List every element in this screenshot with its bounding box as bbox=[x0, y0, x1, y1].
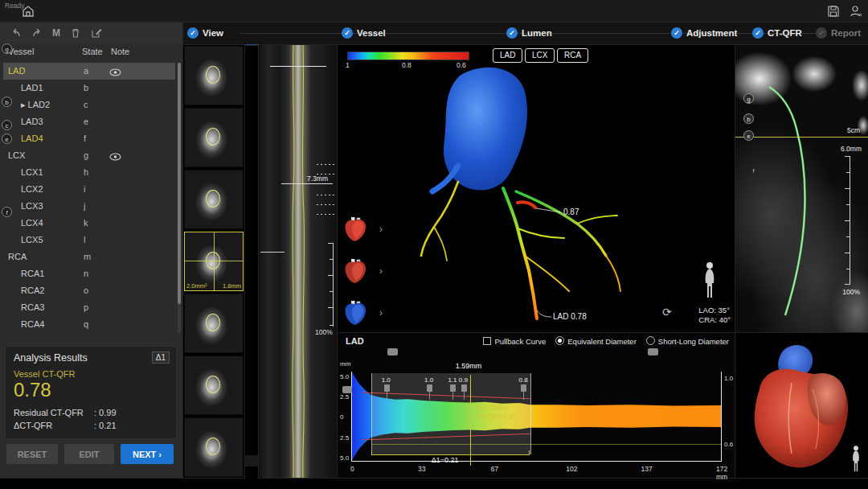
vessel-name: LCX bbox=[8, 147, 25, 164]
vessel-row-lcx2[interactable]: LCX2i bbox=[3, 181, 175, 198]
y-axis-left bbox=[351, 372, 352, 462]
lumen-contour-ring bbox=[206, 128, 220, 146]
coronary-3d-view[interactable]: 1 0.8 0.6 LAD LCX RCA bbox=[338, 45, 735, 333]
chart-control-short-long-diameter[interactable]: Short-Long Diameter bbox=[646, 336, 729, 346]
vessel-name: LAD3 bbox=[21, 113, 43, 130]
cross-section-thumb-7[interactable] bbox=[184, 417, 244, 477]
cross-section-thumb-5[interactable] bbox=[184, 294, 244, 353]
delta-badge: Δ1 bbox=[152, 351, 170, 364]
redo-icon[interactable] bbox=[31, 27, 43, 39]
vessel-row-lad1[interactable]: LAD1b bbox=[3, 80, 175, 97]
vessel-row-rca2[interactable]: RCA2o bbox=[3, 282, 175, 299]
tab-check-icon: ✓ bbox=[506, 27, 518, 39]
eye-icon[interactable] bbox=[109, 150, 122, 161]
next-button[interactable]: NEXT › bbox=[121, 444, 174, 464]
mpr-marker-e[interactable]: e bbox=[743, 130, 754, 141]
vessel-row-lcx5[interactable]: LCX5l bbox=[3, 232, 175, 249]
y-tick-label: 5.0 bbox=[340, 373, 349, 380]
vessel-row-rca3[interactable]: RCA3p bbox=[3, 299, 175, 316]
chart-control-pullback-curve[interactable]: Pullback Curve bbox=[483, 337, 546, 346]
tab-lumen[interactable]: ✓Lumen bbox=[506, 27, 552, 39]
cross-section-thumb-2[interactable] bbox=[184, 108, 244, 167]
cpr-marker-c[interactable]: c bbox=[2, 120, 12, 130]
tab-vessel[interactable]: ✓Vessel bbox=[342, 27, 386, 39]
diameter-tag-pin[interactable] bbox=[521, 384, 526, 392]
mpr-marker-f[interactable]: f bbox=[748, 166, 759, 176]
vessel-state: m bbox=[84, 249, 91, 265]
chart-control-equivalent-diameter[interactable]: Equivalent Diameter bbox=[555, 336, 637, 346]
rotate-view-icon[interactable]: ⟳ bbox=[662, 306, 672, 318]
vessel-row-rca[interactable]: RCAm bbox=[3, 249, 175, 265]
tab-adjustment[interactable]: ✓Adjustment bbox=[671, 27, 737, 39]
chevron-right-icon: › bbox=[379, 224, 383, 235]
y-axis-handle[interactable] bbox=[342, 386, 352, 393]
cra-angle: CRA: 40° bbox=[698, 315, 731, 325]
tab-view[interactable]: ✓View bbox=[187, 27, 223, 39]
diameter-tag-pin[interactable] bbox=[461, 384, 467, 392]
cross-section-thumb-1[interactable] bbox=[184, 46, 244, 105]
diameter-tag-stem bbox=[523, 392, 524, 400]
tab-ct-qfr[interactable]: ✓CT-QFR bbox=[752, 27, 802, 39]
heart-3d-view[interactable] bbox=[735, 333, 868, 478]
vessel-row-lad4[interactable]: LAD4f bbox=[3, 130, 175, 147]
cross-section-thumb-6[interactable] bbox=[184, 355, 244, 415]
diameter-tag-stem bbox=[387, 392, 387, 400]
measure-tool-button[interactable]: M bbox=[50, 27, 63, 39]
vessel-row-rca4[interactable]: RCA4q bbox=[3, 316, 175, 333]
mpr-position-line bbox=[735, 137, 868, 138]
chart-handle-right[interactable] bbox=[648, 348, 658, 355]
workflow-tab-bar: ✓View✓Vessel✓Lumen✓Adjustment✓CT-QFR✓Rep… bbox=[183, 23, 868, 45]
edit-icon[interactable] bbox=[90, 27, 103, 39]
tab-disabled-icon: ✓ bbox=[816, 27, 827, 39]
residual-row: Residual CT-QFR: 0.99 bbox=[14, 408, 170, 417]
chart-handle-left[interactable] bbox=[387, 348, 398, 355]
mpr-marker-g[interactable]: g bbox=[743, 93, 754, 104]
vessel-row-lcx1[interactable]: LCX1h bbox=[3, 164, 175, 181]
vessel-row-lcx[interactable]: LCXg bbox=[3, 147, 175, 164]
app-window: M Vessel State Note LADaLAD1b▸ LAD2cLAD3… bbox=[0, 0, 868, 489]
vessel-row-lcx4[interactable]: LCX4k bbox=[3, 215, 175, 232]
view-preset-2[interactable]: › bbox=[344, 257, 376, 286]
cross-section-thumb-4[interactable]: 2.0mm²1.8mm bbox=[184, 232, 244, 291]
cpr-marker-e[interactable]: e bbox=[2, 134, 12, 144]
tab-label: View bbox=[203, 28, 223, 38]
edit-button[interactable]: EDIT bbox=[64, 444, 114, 464]
lumen-contour-ring bbox=[206, 190, 220, 208]
radio-icon[interactable] bbox=[555, 336, 564, 345]
tab-report[interactable]: ✓Report bbox=[816, 27, 861, 39]
vessel-name: ▸ LAD2 bbox=[21, 97, 50, 113]
view-preset-1[interactable]: › bbox=[344, 216, 376, 244]
radio-icon[interactable] bbox=[646, 336, 655, 345]
diameter-tag-pin[interactable] bbox=[384, 384, 390, 392]
reset-button[interactable]: RESET bbox=[6, 444, 58, 464]
eye-icon[interactable] bbox=[109, 66, 122, 76]
user-icon[interactable] bbox=[849, 4, 863, 18]
cpr-marker-b[interactable]: b bbox=[2, 97, 12, 107]
vessel-row-lad3[interactable]: LAD3e bbox=[3, 113, 175, 130]
checkbox-icon[interactable] bbox=[483, 337, 491, 345]
vessel-row-rca1[interactable]: RCA1n bbox=[3, 265, 175, 282]
mpr-marker-b[interactable]: b bbox=[743, 113, 754, 124]
vessel-state: e bbox=[84, 113, 88, 130]
chart-controls: Pullback CurveEquivalent DiameterShort-L… bbox=[483, 336, 729, 346]
cross-section-thumb-3[interactable] bbox=[184, 170, 244, 229]
diameter-tag-label: 0.8 bbox=[518, 376, 527, 384]
save-icon[interactable] bbox=[826, 4, 841, 18]
cpr-measure-line bbox=[281, 183, 333, 184]
vessel-row-lad2[interactable]: ▸ LAD2c bbox=[3, 97, 175, 113]
diameter-tag-pin[interactable] bbox=[450, 384, 456, 392]
trash-icon[interactable] bbox=[69, 27, 82, 39]
cpr-marker-f[interactable]: f bbox=[2, 207, 12, 217]
cpr-marker-g[interactable]: g bbox=[2, 43, 12, 54]
x-tick-label: 67 bbox=[491, 465, 498, 473]
vessel-row-lcx3[interactable]: LCX3j bbox=[3, 198, 175, 215]
view-preset-3[interactable]: › bbox=[344, 299, 376, 328]
undo-icon[interactable] bbox=[10, 27, 23, 39]
cross-section-thumbnails: 2.0mm²1.8mm bbox=[183, 45, 244, 478]
vessel-list-scrollbar[interactable] bbox=[178, 63, 181, 333]
vessel-row-lad[interactable]: LADa bbox=[3, 63, 175, 80]
straightened-cpr-view[interactable]: 7.3mm 100% bbox=[259, 45, 338, 478]
diameter-marker-line[interactable] bbox=[470, 375, 471, 466]
curved-mpr-view[interactable]: 5cm 6.0mm 100% gbef bbox=[735, 45, 868, 333]
diameter-tag-pin[interactable] bbox=[427, 384, 432, 392]
